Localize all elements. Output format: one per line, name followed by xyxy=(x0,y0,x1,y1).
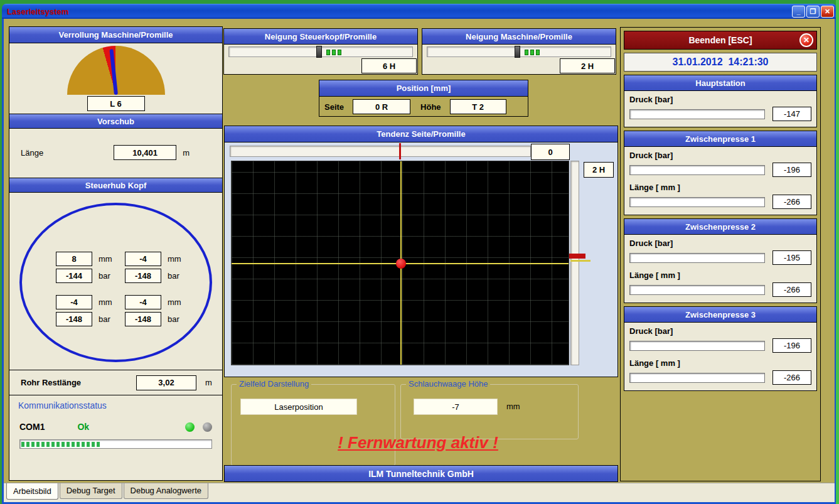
tendenz-horizontal-marker[interactable] xyxy=(399,143,401,159)
schlauchwaage-unit: mm xyxy=(506,402,520,411)
status-led-gray-icon xyxy=(203,422,212,432)
schlauchwaage-hoehe-input[interactable]: -7 xyxy=(414,399,498,415)
bar-unit-label: bar xyxy=(168,271,179,281)
laenge-label: Länge [ mm ] xyxy=(629,358,816,368)
tendenz-horizontal-track[interactable] xyxy=(230,146,531,157)
gauge-needle-icon xyxy=(109,49,118,95)
beenden-label: Beenden [ESC] xyxy=(688,35,752,45)
rohr-restlaenge-unit: m xyxy=(205,378,212,387)
beenden-button[interactable]: Beenden [ESC] ✕ xyxy=(624,31,817,50)
maximize-icon: ❐ xyxy=(810,8,816,16)
laenge-unit: m xyxy=(183,148,190,158)
druck-value: -196 xyxy=(772,163,811,177)
window-controls: _ ❐ ✕ xyxy=(792,6,834,18)
verrollung-gauge xyxy=(67,46,165,95)
tab-debug-target[interactable]: Debug Target xyxy=(60,483,122,499)
mm-unit-label: mm xyxy=(168,298,181,307)
tendenz-vertical-track[interactable] xyxy=(570,161,579,365)
status-led-green-icon xyxy=(185,422,195,432)
vorschub-area: Länge 10,401 m xyxy=(9,129,222,178)
vorschub-header: Vorschub xyxy=(9,114,222,129)
position-header: Position [mm] xyxy=(319,80,528,97)
bar-unit-label: bar xyxy=(99,271,110,281)
laenge-progress-bar xyxy=(629,373,765,383)
steuerhub-ellipse xyxy=(19,203,212,362)
druck-label: Druck [bar] xyxy=(629,151,816,160)
laenge-label: Länge [ mm ] xyxy=(629,183,816,192)
druck-progress-bar xyxy=(629,109,765,119)
cylinder-mm-value: -4 xyxy=(56,295,92,309)
window-body: Verrollung Maschine/Promille L 6 Vorschu… xyxy=(2,19,836,504)
tab-debug-analogwerte[interactable]: Debug Analogwerte xyxy=(124,483,208,499)
zwischenpresse-3-block: Zwischenpresse 3 Druck [bar] -196 Länge … xyxy=(624,306,817,391)
neigung-steuerkopf-value: 6 H xyxy=(361,58,417,73)
neigung-steuerkopf-slider[interactable] xyxy=(228,46,413,57)
footer-company-bar: ILM Tunneltechnik GmbH xyxy=(224,465,618,482)
schlauchwaage-groupbox: Schlauchwaage Höhe -7 mm xyxy=(400,384,579,439)
tendenz-vertical-marker[interactable] xyxy=(569,254,585,259)
cylinder-bar-value: -144 xyxy=(56,269,92,283)
mm-unit-label: mm xyxy=(99,254,112,264)
zwischenpresse-2-block: Zwischenpresse 2 Druck [bar] -195 Länge … xyxy=(624,218,817,303)
tendenz-header: Tendenz Seite/Promille xyxy=(225,126,617,142)
cylinder-bar-value: -148 xyxy=(125,269,161,283)
cylinder-bar-value: -148 xyxy=(125,312,161,326)
steuerhub-header: Steuerhub Kopf xyxy=(9,178,222,193)
app-window: Laserleitsystem _ ❐ ✕ Verrollung Maschin… xyxy=(2,4,836,504)
druck-progress-bar xyxy=(629,165,765,175)
tendenz-hoehe-value: 2 H xyxy=(584,162,614,178)
bar-unit-label: bar xyxy=(99,314,110,324)
verrollung-value: L 6 xyxy=(87,96,145,111)
tendenz-vertical-marker-tick xyxy=(570,260,591,262)
neigung-maschine-value: 2 H xyxy=(560,58,615,73)
druck-label: Druck [bar] xyxy=(629,239,816,248)
com-activity-bar xyxy=(19,439,212,449)
laser-position-dot xyxy=(396,259,406,269)
cylinder-mm-value: 8 xyxy=(56,252,92,266)
laser-target-display xyxy=(231,161,569,365)
rohr-restlaenge-value: 3,02 xyxy=(136,375,196,390)
datetime-display: 31.01.2012 14:21:30 xyxy=(624,53,817,72)
neigung-maschine-slider[interactable] xyxy=(427,46,611,57)
seite-label: Seite xyxy=(324,102,344,112)
hoehe-value: T 2 xyxy=(450,99,506,114)
bar-unit-label: bar xyxy=(168,314,179,324)
zielfeld-groupbox: Zielfeld Darstellung Laserposition xyxy=(231,384,395,466)
exit-icon[interactable]: ✕ xyxy=(799,33,813,47)
minimize-button[interactable]: _ xyxy=(792,6,805,18)
slider-thumb[interactable] xyxy=(316,46,322,58)
slider-ticks xyxy=(525,50,540,55)
close-button[interactable]: ✕ xyxy=(821,6,834,18)
neigung-maschine-panel: Neigung Maschine/Promille 2 H xyxy=(422,28,616,75)
druck-value: -196 xyxy=(772,338,811,353)
cylinder-mm-value: -4 xyxy=(125,295,161,309)
zwischenpresse-1-block: Zwischenpresse 1 Druck [bar] -196 Länge … xyxy=(624,131,817,215)
kommunikation-title: Kommunikationsstatus xyxy=(18,400,222,410)
fernwartung-status-text: ! Fernwartung aktiv ! xyxy=(255,433,581,453)
laenge-value: -266 xyxy=(772,282,811,297)
druck-label: Druck [bar] xyxy=(629,95,816,104)
steuerhub-area: 8 mm -144 bar -4 mm -148 bar -4 mm -148 … xyxy=(9,193,222,370)
maximize-button[interactable]: ❐ xyxy=(806,6,820,18)
seite-value: 0 R xyxy=(353,99,410,114)
laenge-progress-bar xyxy=(629,197,765,207)
tab-arbeitsbild[interactable]: Arbeitsbild xyxy=(6,483,58,500)
neigung-steuerkopf-panel: Neigung Steuerkopf/Promille 6 H xyxy=(223,28,418,75)
tendenz-value: 0 xyxy=(531,144,570,160)
title-bar[interactable]: Laserleitsystem _ ❐ ✕ xyxy=(2,4,836,19)
neigung-steuerkopf-header: Neigung Steuerkopf/Promille xyxy=(224,29,417,45)
minimize-icon: _ xyxy=(796,8,800,15)
laenge-label: Länge xyxy=(21,148,43,158)
zwischenpresse-1-header: Zwischenpresse 1 xyxy=(624,131,816,147)
laenge-progress-bar xyxy=(629,285,765,295)
com-activity-fill xyxy=(21,442,102,447)
slider-thumb[interactable] xyxy=(515,46,520,58)
zielfeld-group-label: Zielfeld Darstellung xyxy=(237,379,311,389)
position-panel: Position [mm] Seite 0 R Höhe T 2 xyxy=(319,80,528,117)
cylinder-mm-value: -4 xyxy=(125,252,161,266)
zielfeld-darstellung-select[interactable]: Laserposition xyxy=(240,399,357,415)
kommunikation-area: Kommunikationsstatus COM1 Ok xyxy=(9,395,222,482)
zwischenpresse-3-header: Zwischenpresse 3 xyxy=(624,307,816,323)
window-title: Laserleitsystem xyxy=(7,7,68,16)
druck-progress-bar xyxy=(629,253,765,263)
